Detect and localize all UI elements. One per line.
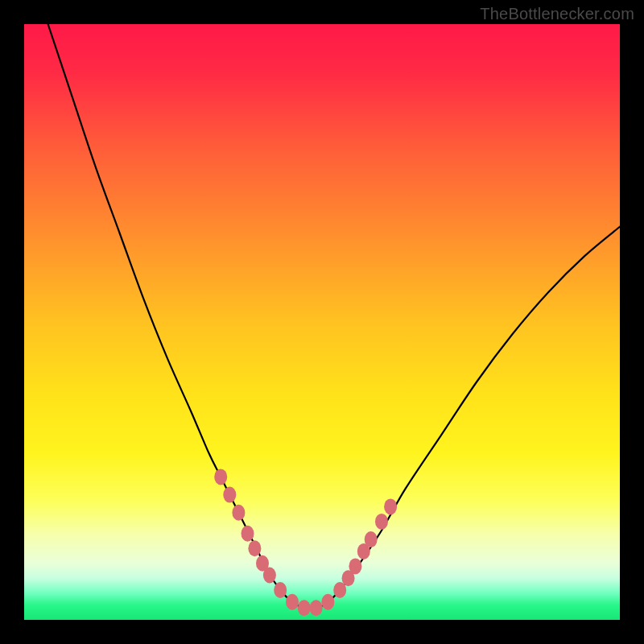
marker-point	[263, 568, 276, 584]
marker-point	[274, 582, 287, 598]
marker-point	[232, 505, 245, 521]
marker-point	[286, 594, 299, 610]
marker-point	[321, 594, 334, 610]
marker-point	[365, 531, 378, 547]
watermark-text: TheBottlenecker.com	[480, 5, 634, 23]
chart-stage: TheBottlenecker.com	[0, 0, 644, 644]
marker-point	[375, 514, 388, 530]
marker-point	[310, 600, 323, 616]
marker-point	[248, 540, 261, 556]
marker-point	[349, 558, 361, 574]
marker-point	[298, 600, 311, 616]
marker-point	[242, 526, 254, 542]
marker-point	[214, 469, 227, 485]
marker-point	[223, 487, 236, 503]
highlight-markers	[214, 469, 397, 616]
bottleneck-curve	[48, 24, 620, 609]
plot-area	[24, 24, 620, 620]
curve-layer	[24, 24, 620, 620]
marker-point	[384, 498, 397, 514]
